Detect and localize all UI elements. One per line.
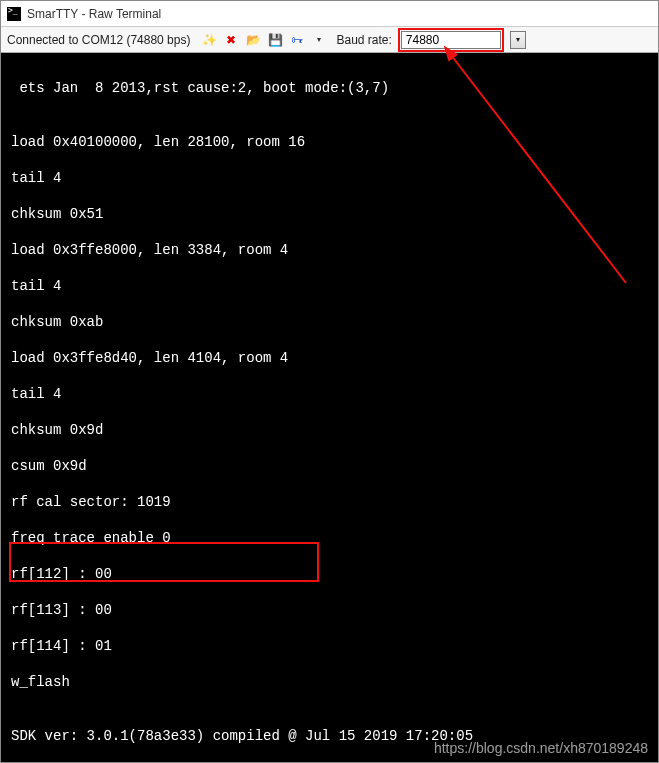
open-folder-icon[interactable]: 📂 bbox=[245, 32, 261, 48]
terminal-line: chksum 0x51 bbox=[11, 205, 654, 223]
window-titlebar: SmarTTY - Raw Terminal bbox=[1, 1, 658, 27]
window-title: SmarTTY - Raw Terminal bbox=[27, 7, 161, 21]
terminal-line: tail 4 bbox=[11, 277, 654, 295]
terminal-line: w_flash bbox=[11, 673, 654, 691]
terminal-line: rf[112] : 00 bbox=[11, 565, 654, 583]
terminal-output[interactable]: ets Jan 8 2013,rst cause:2, boot mode:(3… bbox=[1, 53, 658, 762]
terminal-line: rf[113] : 00 bbox=[11, 601, 654, 619]
disconnect-icon[interactable]: ✖ bbox=[223, 32, 239, 48]
app-icon bbox=[7, 7, 21, 21]
baud-rate-input[interactable] bbox=[401, 31, 501, 49]
terminal-line: tail 4 bbox=[11, 385, 654, 403]
terminal-line: tail 4 bbox=[11, 169, 654, 187]
key-icon[interactable]: 🗝 bbox=[289, 32, 305, 48]
terminal-line: load 0x3ffe8000, len 3384, room 4 bbox=[11, 241, 654, 259]
terminal-line: ets Jan 8 2013,rst cause:2, boot mode:(3… bbox=[11, 79, 654, 97]
baud-rate-dropdown-button[interactable]: ▾ bbox=[510, 31, 526, 49]
terminal-line: SDK ver: 3.0.1(78a3e33) compiled @ Jul 1… bbox=[11, 727, 654, 745]
terminal-line: freq trace enable 0 bbox=[11, 529, 654, 547]
terminal-line: chksum 0xab bbox=[11, 313, 654, 331]
terminal-line: rf cal sector: 1019 bbox=[11, 493, 654, 511]
terminal-line: load 0x40100000, len 28100, room 16 bbox=[11, 133, 654, 151]
terminal-line: chksum 0x9d bbox=[11, 421, 654, 439]
terminal-line: load 0x3ffe8d40, len 4104, room 4 bbox=[11, 349, 654, 367]
dropdown-arrow-icon[interactable]: ▾ bbox=[311, 32, 327, 48]
wand-icon[interactable]: ✨ bbox=[201, 32, 217, 48]
baud-rate-label: Baud rate: bbox=[336, 33, 391, 47]
toolbar: Connected to COM12 (74880 bps) ✨ ✖ 📂 💾 🗝… bbox=[1, 27, 658, 53]
connection-status: Connected to COM12 (74880 bps) bbox=[7, 33, 196, 47]
save-icon[interactable]: 💾 bbox=[267, 32, 283, 48]
terminal-line: csum 0x9d bbox=[11, 457, 654, 475]
terminal-line: rf[114] : 01 bbox=[11, 637, 654, 655]
